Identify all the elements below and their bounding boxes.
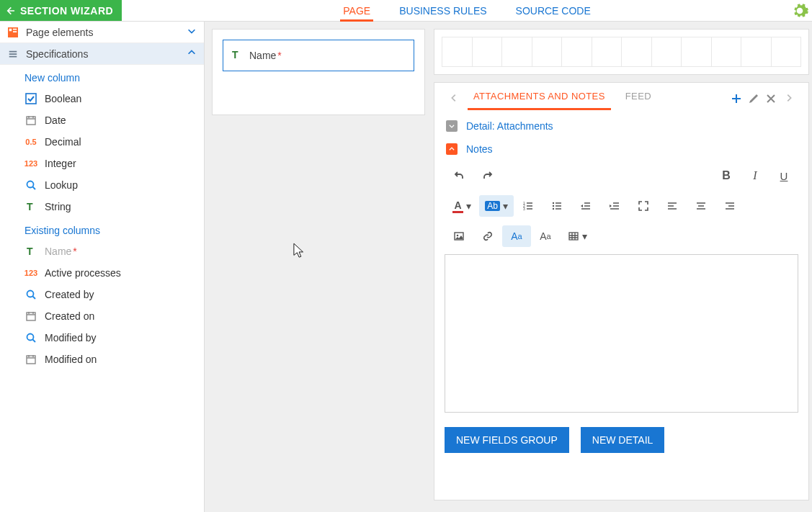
sidebar-section-page-elements[interactable]: Page elements (0, 22, 204, 43)
notes-link[interactable]: Notes (466, 143, 493, 155)
decimal-icon: 0.5 (24, 135, 37, 148)
column-item-label: String (45, 201, 71, 212)
column-item-label: Created by (45, 289, 94, 300)
column-item-string[interactable]: TString (0, 196, 204, 217)
fullscreen-icon[interactable] (629, 195, 658, 217)
canvas-name-field[interactable]: T Name* (223, 40, 414, 71)
svg-rect-3 (13, 31, 17, 32)
column-item-label: Modified on (45, 354, 97, 365)
integer-icon: 123 (24, 266, 37, 279)
redo-icon[interactable] (473, 165, 502, 187)
column-item-modified_on[interactable]: Modified on (0, 349, 204, 370)
column-item-boolean[interactable]: Boolean (0, 88, 204, 109)
font-color-icon[interactable]: A▾ (445, 195, 479, 217)
outdent-icon[interactable] (571, 195, 600, 217)
tab-page[interactable]: PAGE (340, 1, 373, 21)
column-item-name[interactable]: TName* (0, 241, 204, 262)
column-item-created_by[interactable]: Created by (0, 284, 204, 305)
tab-business-rules[interactable]: BUSINESS RULES (396, 1, 489, 21)
checkbox-icon (24, 92, 37, 105)
detail-attachments-link[interactable]: Detail: Attachments (466, 120, 553, 132)
sidebar-section-specifications[interactable]: Specifications (0, 43, 204, 65)
notes-row[interactable]: Notes (445, 138, 798, 161)
rich-text-editor-area[interactable] (445, 254, 798, 413)
column-item-created_on[interactable]: Created on (0, 305, 204, 327)
svg-point-21 (457, 235, 459, 237)
string-icon: T (231, 49, 242, 63)
svg-point-9 (27, 291, 34, 297)
align-right-icon[interactable] (715, 195, 744, 217)
align-left-icon[interactable] (658, 195, 687, 217)
layout-grid-strip[interactable] (434, 29, 809, 75)
section-wizard-back-button[interactable]: SECTION WIZARD (0, 0, 122, 21)
close-icon[interactable] (762, 90, 780, 107)
arrow-left-icon (4, 5, 16, 17)
svg-text:T: T (27, 246, 33, 257)
calendar-icon (24, 114, 37, 127)
column-item-decimal[interactable]: 0.5Decimal (0, 131, 204, 153)
table-icon[interactable]: ▾ (560, 225, 594, 247)
indent-icon[interactable] (600, 195, 629, 217)
link-icon[interactable] (473, 225, 502, 247)
lookup-icon (24, 179, 37, 192)
column-item-active_processes[interactable]: 123Active processes (0, 262, 204, 284)
sidebar-section-label: Specifications (26, 48, 187, 60)
column-item-label: Name* (45, 246, 77, 257)
svg-rect-12 (27, 356, 35, 364)
svg-text:T: T (232, 49, 238, 60)
string-icon: T (24, 245, 37, 258)
unordered-list-icon[interactable] (543, 195, 571, 217)
image-icon[interactable] (445, 225, 473, 247)
column-item-modified_by[interactable]: Modified by (0, 327, 204, 349)
align-center-icon[interactable] (687, 195, 715, 217)
svg-text:3: 3 (523, 207, 525, 211)
calendar-icon (24, 353, 37, 366)
column-item-date[interactable]: Date (0, 109, 204, 131)
tab-source-code[interactable]: SOURCE CODE (513, 1, 594, 21)
tab-feed[interactable]: FEED (621, 88, 656, 110)
group-title-new-column: New column (0, 65, 204, 88)
gear-icon[interactable] (790, 1, 809, 20)
undo-icon[interactable] (445, 165, 473, 187)
font-size-icon[interactable]: Aa (531, 225, 560, 247)
column-item-label: Created on (45, 310, 94, 322)
font-family-icon[interactable]: Aa (502, 225, 531, 247)
tabs-prev-chevron-icon[interactable] (445, 93, 463, 105)
column-item-label: Integer (45, 158, 76, 169)
list-icon (7, 48, 19, 60)
highlight-color-icon[interactable]: Ab▾ (479, 195, 514, 217)
column-item-lookup[interactable]: Lookup (0, 174, 204, 196)
column-item-label: Lookup (45, 179, 78, 191)
svg-rect-10 (27, 313, 35, 320)
svg-rect-22 (569, 233, 578, 240)
new-detail-button[interactable]: NEW DETAIL (581, 427, 665, 453)
underline-icon[interactable]: U (769, 165, 798, 187)
bold-icon[interactable]: B (712, 165, 741, 187)
group-title-existing-columns: Existing columns (0, 217, 204, 241)
lookup-icon (24, 331, 37, 344)
italic-icon[interactable]: I (741, 165, 769, 187)
new-fields-group-button[interactable]: NEW FIELDS GROUP (445, 427, 569, 453)
detail-attachments-row[interactable]: Detail: Attachments (445, 114, 798, 138)
chevron-down-icon (187, 26, 197, 38)
column-item-integer[interactable]: 123Integer (0, 153, 204, 174)
svg-point-18 (553, 205, 554, 207)
tab-attachments-and-notes[interactable]: ATTACHMENTS AND NOTES (469, 88, 610, 110)
svg-point-17 (553, 202, 554, 204)
section-wizard-label: SECTION WIZARD (20, 5, 113, 17)
svg-point-19 (553, 208, 554, 210)
string-icon: T (24, 200, 37, 213)
chevron-down-badge-icon (446, 120, 458, 132)
pencil-icon[interactable] (745, 90, 762, 107)
svg-rect-5 (27, 117, 35, 125)
svg-point-11 (27, 334, 34, 341)
chevron-up-badge-icon (446, 143, 458, 155)
svg-rect-1 (9, 28, 12, 31)
svg-rect-2 (13, 28, 17, 30)
column-item-label: Decimal (45, 136, 81, 148)
lookup-icon (24, 288, 37, 301)
svg-text:T: T (27, 201, 33, 212)
tabs-next-chevron-icon[interactable] (780, 93, 798, 105)
plus-icon[interactable] (728, 90, 745, 107)
ordered-list-icon[interactable]: 123 (514, 195, 543, 217)
